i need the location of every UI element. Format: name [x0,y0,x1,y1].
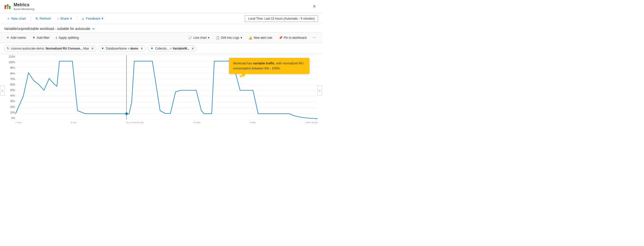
tooltip-text: Workload has variable traffic, with norm… [233,62,303,70]
filter-pill-metric[interactable]: ↻ cosmos-autoscale-demo, Normalized RU C… [4,46,96,52]
time-range-button[interactable]: Local Time: Last 12 hours (Automatic - 5… [245,15,318,22]
x-label-12pm: 12 PM [193,122,200,123]
feedback-button[interactable]: ☺ Feedback ▾ [79,15,106,22]
more-options-button[interactable]: ··· [311,34,318,41]
add-metric-button[interactable]: ✦ Add metric [4,34,29,41]
chart-title: Variable/unpredictable workload - suitab… [4,27,318,31]
apply-splitting-label: Apply splitting [59,36,79,39]
edit-icon[interactable]: ✏ [92,27,95,31]
title-left: Metrics Azure Monitoring [4,2,34,11]
plus-icon: ＋ [7,16,10,21]
app-subtitle: Azure Monitoring [14,8,34,11]
metrics-right: 📈 Line chart ▾ 📋 Drill into Logs ▾ 🔔 New… [186,34,318,41]
metrics-left: ✦ Add metric ▼ Add filter ⫿ Apply splitt… [4,34,81,41]
new-chart-button[interactable]: ＋ New chart [4,15,29,22]
chart-left-nav[interactable]: ‹ [0,86,5,96]
filter-text-collection: Collectio... = VariableW... [155,47,189,50]
line-chart-button[interactable]: 📈 Line chart ▾ [186,35,212,41]
drill-label: Drill into Logs [221,36,239,39]
title-bar: Metrics Azure Monitoring ✕ [0,0,322,13]
close-button[interactable]: ✕ [311,3,318,10]
y-label-100: 100% [5,61,15,64]
x-label-3pm: 3 PM [250,122,256,123]
remove-metric-filter-button[interactable]: ✕ [91,47,94,51]
chart-dot [125,112,128,115]
x-label-6am: 6 AM [16,122,21,123]
drill-into-logs-button[interactable]: 📋 Drill into Logs ▾ [213,35,245,41]
remove-database-filter-button[interactable]: ✕ [140,47,143,51]
feedback-icon: ☺ [81,17,85,21]
add-metric-icon: ✦ [7,36,9,39]
share-label: Share [60,17,69,20]
metric-filter-icon: ↻ [7,47,10,50]
x-axis: 6 AM 9 AM Oct 13 9:32 AM 12 PM 3 PM UTC-… [16,120,317,123]
chart-title-area: Variable/unpredictable workload - suitab… [0,24,322,32]
chart-container: ‹ › 110% 100% 90% 80% 70% 60% 50% 40% 30… [0,54,322,123]
x-label-9am: 9 AM [71,122,77,123]
filter-pill-database[interactable]: ▼ DatabaseName = demo ✕ [98,46,146,52]
refresh-icon: ↻ [35,17,38,21]
feedback-label: Feedback [86,17,100,20]
database-filter-icon: ▼ [101,47,104,50]
filter-bar: ↻ cosmos-autoscale-demo, Normalized RU C… [0,43,322,54]
line-chart-icon: 📈 [188,36,192,39]
y-label-110: 110% [5,55,15,58]
x-label-timestamp: Oct 13 9:32 AM [126,122,144,123]
share-button[interactable]: ↑ Share ▾ [55,15,74,22]
tooltip-arrow [242,74,246,77]
refresh-button[interactable]: ↻ Refresh [33,15,54,22]
chevron-line-icon: ▾ [208,36,209,39]
app-title: Metrics [14,2,34,8]
filter-icon: ▼ [32,36,35,39]
refresh-label: Refresh [40,17,51,20]
drill-icon: 📋 [216,36,220,39]
alert-icon: 🔔 [249,36,252,39]
y-label-40: 40% [5,94,15,97]
add-filter-label: Add filter [37,36,50,39]
metrics-toolbar: ✦ Add metric ▼ Add filter ⫿ Apply splitt… [0,32,322,43]
alert-label: New alert rule [254,36,272,39]
toolbar-left: ＋ New chart ↻ Refresh ↑ Share ▾ ☺ Feedba… [4,15,106,22]
chart-right-nav[interactable]: › [317,86,322,96]
y-label-30: 30% [5,100,15,103]
chevron-drill-icon: ▾ [241,36,242,39]
new-alert-rule-button[interactable]: 🔔 New alert rule [246,35,275,41]
filter-pill-collection[interactable]: ▼ Collectio... = VariableW... ✕ [148,46,197,52]
y-label-0: 0% [5,117,15,119]
pin-to-dashboard-button[interactable]: 📌 Pin to dashboard [276,35,309,41]
line-chart-label: Line chart [193,36,207,39]
remove-collection-filter-button[interactable]: ✕ [191,47,194,51]
divider [31,16,31,21]
y-label-20: 20% [5,106,15,108]
chart-title-text: Variable/unpredictable workload - suitab… [4,27,90,31]
y-label-50: 50% [5,89,15,92]
filter-text-database: DatabaseName = demo [106,47,138,50]
y-label-60: 60% [5,83,15,86]
x-label-timezone: UTC-07:00 [305,122,317,123]
toolbar: ＋ New chart ↻ Refresh ↑ Share ▾ ☺ Feedba… [0,13,322,24]
y-label-10: 10% [5,111,15,114]
y-axis: 110% 100% 90% 80% 70% 60% 50% 40% 30% 20… [5,55,15,119]
y-label-80: 80% [5,72,15,75]
filter-text-metric: cosmos-autoscale-demo, Normalized RU Con… [11,47,89,50]
pin-label: Pin to dashboard [284,36,307,39]
collection-filter-icon: ▼ [150,47,154,50]
apply-splitting-button[interactable]: ⫿ Apply splitting [53,34,81,41]
tooltip-bubble: Workload has variable traffic, with norm… [229,58,309,74]
chevron-down-icon2: ▾ [102,17,103,20]
add-metric-label: Add metric [11,36,26,39]
y-label-90: 90% [5,66,15,69]
share-icon: ↑ [57,17,59,21]
app-icon [4,3,11,10]
y-label-70: 70% [5,78,15,80]
divider2 [76,16,77,21]
pin-icon: 📌 [279,36,283,39]
new-chart-label: New chart [11,17,26,20]
add-filter-button[interactable]: ▼ Add filter [30,34,52,41]
split-icon: ⫿ [56,36,57,39]
chevron-down-icon: ▾ [70,17,72,20]
